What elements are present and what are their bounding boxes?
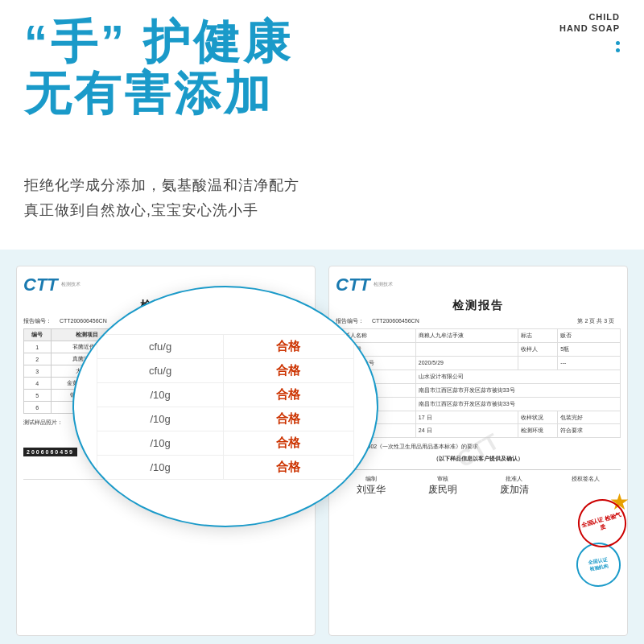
report-meta-2: 报告编号： CTT200606456CN 第 2 页 共 3 页 xyxy=(336,316,621,325)
result-notice: （以下样品信息以客户提供及确认） xyxy=(336,455,621,463)
report-num-1: CTT200606456CN xyxy=(60,318,107,324)
sign-approver: 批准人 废加清 xyxy=(500,475,529,497)
brand-dots xyxy=(559,41,620,52)
popup-row: /10g合格 xyxy=(97,431,354,455)
popup-overlay: cfu/g合格cfu/g合格/10g合格/10g合格/10g合格/10g合格 xyxy=(72,286,378,527)
approver-name: 废加清 xyxy=(500,483,529,497)
ctt-text-1: CTT xyxy=(23,275,58,295)
col-header-num: 编号 xyxy=(24,329,52,341)
reviewer-label: 审核 xyxy=(428,475,457,483)
report-num-label-2: 报告编号： xyxy=(336,318,364,324)
popup-row: /10g合格 xyxy=(97,407,354,431)
popup-row: /10g合格 xyxy=(97,382,354,407)
sign-editor: 编制 刘亚华 xyxy=(357,475,386,497)
editor-name: 刘亚华 xyxy=(357,483,386,497)
report-info-block: 委托人名称 商粮人九牟洁手液 标志 贩否 样品数量 收样人 5瓶 生产日期/批号… xyxy=(336,328,621,438)
stamp-text: 全国认证 检验气质 xyxy=(579,510,626,536)
sign-reviewer: 审核 废民明 xyxy=(428,475,457,497)
page-info-2: 第 2 页 共 3 页 xyxy=(577,316,614,325)
reviewer-name: 废民明 xyxy=(428,483,457,497)
description-area: 拒绝化学成分添加，氨基酸温和洁净配方 真正做到自然放心,宝宝安心洗小手 xyxy=(24,173,596,222)
auth-label: 授权签名人 xyxy=(572,475,600,483)
brand-title: CHILD HAND SOAP xyxy=(559,11,620,35)
headline-part1: “手” xyxy=(24,15,127,68)
sign-auth: 授权签名人 xyxy=(572,475,600,497)
report-num-2: CTT200606456CN xyxy=(372,318,419,324)
editor-label: 编制 xyxy=(357,475,386,483)
brand-line1: CHILD xyxy=(588,12,620,22)
headline-part2: 护健康 xyxy=(143,15,293,68)
popup-row: /10g合格 xyxy=(97,455,354,479)
barcode-number: 2006060459 xyxy=(23,448,77,456)
blue-seal-text: 全国认证检验机构 xyxy=(588,557,609,573)
brand-line2: HAND SOAP xyxy=(559,23,620,33)
brand-dot-1 xyxy=(616,41,620,45)
desc-line2: 真正做到自然放心,宝宝安心洗小手 xyxy=(24,202,258,218)
headline-line2: 无有害添加 xyxy=(24,68,293,119)
brand-dot-2 xyxy=(616,48,620,52)
desc-line1: 拒绝化学成分添加，氨基酸温和洁净配方 xyxy=(24,177,299,193)
description-text: 拒绝化学成分添加，氨基酸温和洁净配方 真正做到自然放心,宝宝安心洗小手 xyxy=(24,173,596,222)
popup-row: cfu/g合格 xyxy=(97,358,354,382)
ctt-subtitle-1: 检测技术 xyxy=(61,282,80,287)
ctt-text-2: CTT xyxy=(336,275,370,295)
page-wrapper: CHILD HAND SOAP “手” 护健康 无有害添加 拒绝化学成分添加，氨… xyxy=(0,0,644,644)
headline-area: “手” 护健康 无有害添加 xyxy=(24,16,293,119)
brand-area: CHILD HAND SOAP xyxy=(559,11,620,52)
ctt-logo-2: CTT 检测技术 xyxy=(336,275,621,295)
popup-table: cfu/g合格cfu/g合格/10g合格/10g合格/10g合格/10g合格 xyxy=(97,334,354,480)
report-num-label-1: 报告编号： xyxy=(23,318,52,324)
info-table: 委托人名称 商粮人九牟洁手液 标志 贩否 样品数量 收样人 5瓶 生产日期/批号… xyxy=(336,328,621,438)
ctt-subtitle-2: 检测技术 xyxy=(374,282,393,287)
headline-line1: “手” 护健康 xyxy=(24,16,293,68)
sign-area: 编制 刘亚华 审核 废民明 批准人 废加清 授权签名人 xyxy=(336,469,621,497)
report-card-2: CTT 检测技术 检测报告 报告编号： CTT200606456CN 第 2 页… xyxy=(328,266,628,636)
popup-row: cfu/g合格 xyxy=(97,334,354,358)
approver-label: 批准人 xyxy=(500,475,529,483)
standard-text: GB 13979=2002《一次性卫生用品用品基本标准》的要求 xyxy=(336,443,621,452)
report-title-2: 检测报告 xyxy=(336,299,621,313)
